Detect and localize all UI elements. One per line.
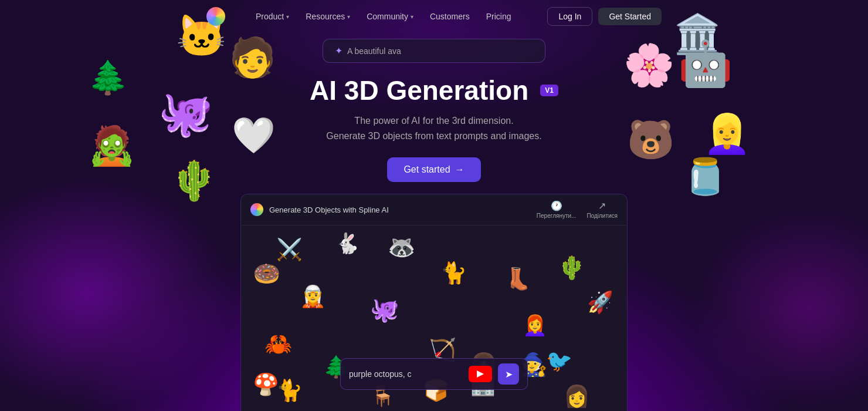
hero-subtitle-line1: The power of AI for the 3rd dimension. <box>354 116 513 126</box>
nav-right: Log In Get Started <box>547 7 662 26</box>
prompt-input-text[interactable]: purple octopus, c <box>349 369 463 379</box>
video-obj-crab: 🦀 <box>265 331 292 357</box>
nav-customers[interactable]: Customers <box>423 8 477 25</box>
nav-pricing[interactable]: Pricing <box>479 8 518 25</box>
product-chevron-icon: ▾ <box>286 14 289 20</box>
video-header: Generate 3D Objects with Spline AI 🕐 Пер… <box>241 194 627 225</box>
navbar: Product ▾ Resources ▾ Community ▾ Custom… <box>0 0 868 33</box>
video-obj-cat2: 🐈 <box>440 261 467 285</box>
video-prompt-bar: purple octopus, c ➤ <box>340 358 528 390</box>
nav-resources[interactable]: Resources ▾ <box>299 8 357 25</box>
video-share-action[interactable]: ↗ Поділитися <box>586 200 618 219</box>
video-obj-bunny: 🐇 <box>335 231 360 255</box>
video-obj-boots: 👢 <box>505 267 531 291</box>
play-triangle-icon <box>477 370 484 378</box>
hero-subtitle-line2: Generate 3D objects from text prompts an… <box>326 131 541 141</box>
hero-title: AI 3D Generation V1 <box>310 75 558 106</box>
get-started-nav-button[interactable]: Get Started <box>598 8 662 25</box>
video-obj-warrior: ⚔️ <box>276 237 303 262</box>
watch-label: Переглянути... <box>537 213 577 219</box>
cta-label: Get started <box>404 164 450 175</box>
search-bar-text: A beautiful ava <box>347 46 401 56</box>
video-obj-cat3: 🐈 <box>276 378 303 403</box>
get-started-hero-button[interactable]: Get started → <box>387 157 480 182</box>
nav-resources-label: Resources <box>306 12 345 21</box>
nav-links: Product ▾ Resources ▾ Community ▾ Custom… <box>249 8 518 25</box>
clock-icon: 🕐 <box>551 200 562 211</box>
video-obj-mushroom: 🍄 <box>253 372 279 397</box>
hero-subtitle: The power of AI for the 3rd dimension. G… <box>326 113 541 143</box>
nav-community-label: Community <box>367 12 408 21</box>
video-obj-cactus2: 🌵 <box>558 255 585 281</box>
login-button[interactable]: Log In <box>547 7 592 26</box>
spline-logo[interactable] <box>206 7 225 26</box>
video-obj-pink-bird: 🐦 <box>546 349 572 373</box>
sparkle-icon: ✦ <box>335 45 343 56</box>
nav-pricing-label: Pricing <box>486 12 511 21</box>
search-bar[interactable]: ✦ A beautiful ava <box>323 39 545 63</box>
video-section: Generate 3D Objects with Spline AI 🕐 Пер… <box>240 194 628 411</box>
share-icon: ↗ <box>598 200 606 211</box>
youtube-play-button[interactable] <box>469 366 492 382</box>
video-obj-girl3: 👩 <box>564 384 590 409</box>
video-obj-rocket: 🚀 <box>587 290 613 315</box>
share-label: Поділитися <box>586 213 618 219</box>
hero-title-text: AI 3D Generation <box>310 75 528 106</box>
video-body: ⚔️ 🐇 🦝 🐈 🍩 🧝 🐙 👢 🌵 🚀 👩‍🦰 🦀 🏹 🐦 🌲 👧 🧙 🍄 🐈… <box>241 225 627 411</box>
submit-prompt-button[interactable]: ➤ <box>498 363 519 385</box>
video-header-left: Generate 3D Objects with Spline AI <box>250 203 389 216</box>
send-icon: ➤ <box>505 369 513 380</box>
version-badge: V1 <box>540 85 558 96</box>
community-chevron-icon: ▾ <box>411 14 413 20</box>
video-logo-icon <box>250 203 263 216</box>
video-watch-action[interactable]: 🕐 Переглянути... <box>537 200 577 219</box>
video-obj-octopus2: 🐙 <box>370 296 399 324</box>
resources-chevron-icon: ▾ <box>347 14 350 20</box>
video-obj-elf: 🧝 <box>300 284 326 309</box>
cta-arrow-icon: → <box>455 164 464 175</box>
nav-product[interactable]: Product ▾ <box>249 8 296 25</box>
nav-product-label: Product <box>256 12 284 21</box>
video-header-right: 🕐 Переглянути... ↗ Поділитися <box>537 200 618 219</box>
video-obj-anime-girl: 👩‍🦰 <box>523 314 547 337</box>
main-content: ✦ A beautiful ava AI 3D Generation V1 Th… <box>0 39 868 411</box>
nav-customers-label: Customers <box>430 12 470 21</box>
video-obj-raccoon: 🦝 <box>388 234 415 260</box>
video-obj-donut: 🍩 <box>253 261 280 287</box>
nav-community[interactable]: Community ▾ <box>360 8 421 25</box>
video-title: Generate 3D Objects with Spline AI <box>269 206 389 214</box>
